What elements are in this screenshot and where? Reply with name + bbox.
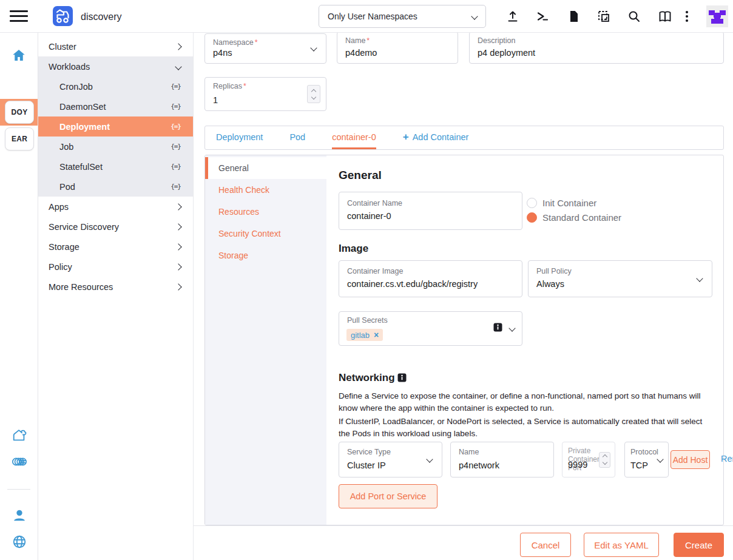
create-button[interactable]: Create (674, 533, 724, 557)
copy-snapshot-icon[interactable] (596, 9, 611, 24)
sidebar-item-policy[interactable]: Policy (38, 257, 193, 277)
sidebar-item-pod[interactable]: Pod {=} (38, 177, 193, 197)
sidebar-item-cronjob[interactable]: CronJob {=} (38, 76, 193, 96)
sidebar-item-label: Job (59, 142, 73, 152)
kebab-menu-icon[interactable] (682, 9, 692, 24)
plus-icon: + (403, 131, 409, 143)
button-label: Create (685, 540, 712, 550)
name-field[interactable]: Name* p4demo (337, 32, 458, 64)
subnav-item-health-check[interactable]: Health Check (205, 179, 326, 201)
add-container-button[interactable]: + Add Container (403, 126, 469, 149)
container-image-field[interactable]: Container Image container.cs.vt.edu/gbac… (339, 260, 522, 297)
sidebar-item-storage[interactable]: Storage (38, 237, 193, 257)
chevron-down-icon (310, 44, 317, 51)
cloud-home-icon[interactable] (12, 427, 27, 443)
standard-container-radio[interactable]: Standard Container (527, 212, 621, 223)
tab-deployment[interactable]: Deployment (216, 126, 263, 149)
required-mark: * (243, 82, 246, 90)
pull-policy-select[interactable]: Pull Policy Always (528, 260, 712, 297)
stepper-buttons[interactable] (307, 85, 320, 103)
sidebar-item-more-resources[interactable]: More Resources (38, 277, 193, 297)
sidebar-item-job[interactable]: Job {=} (38, 137, 193, 157)
subnav-label: Security Context (218, 229, 281, 238)
field-label: Container Image (347, 267, 403, 275)
cluster-badge-ear[interactable]: EAR (5, 127, 34, 150)
kubectl-shell-icon[interactable] (535, 9, 550, 24)
sidebar-item-label: CronJob (59, 82, 93, 92)
replicas-value: 1 (213, 95, 218, 105)
resource-count-icon: {=} (171, 83, 181, 90)
description-field[interactable]: Description p4 deployment (469, 32, 724, 64)
resource-count-icon: {=} (171, 103, 181, 110)
radio-icon (527, 198, 537, 208)
sidebar-item-label: Policy (49, 262, 72, 272)
namespace-filter-value: Only User Namespaces (328, 12, 417, 21)
docs-book-icon[interactable] (658, 9, 672, 24)
sidebar-item-label: More Resources (49, 282, 113, 292)
button-label: Cancel (532, 540, 560, 550)
tab-container-0[interactable]: container-0 (332, 126, 376, 149)
cluster-badge-doy[interactable]: DOY (5, 101, 34, 124)
stepper-buttons[interactable] (599, 452, 610, 468)
field-label: Pull Policy (536, 267, 572, 275)
info-icon (493, 323, 502, 332)
pull-secrets-select[interactable]: Pull Secrets gitlab × (339, 311, 522, 346)
globe-icon[interactable] (12, 534, 27, 550)
user-avatar[interactable] (706, 5, 728, 27)
namespace-filter-select[interactable]: Only User Namespaces (319, 5, 486, 28)
field-label: Pull Secrets (347, 316, 388, 325)
tab-pod[interactable]: Pod (289, 126, 305, 149)
home-icon[interactable] (12, 48, 26, 62)
field-label: Replicas (213, 82, 242, 90)
search-icon[interactable] (627, 9, 641, 24)
replicas-stepper[interactable]: Replicas* 1 (204, 77, 326, 111)
service-type-select[interactable]: Service Type Cluster IP (339, 442, 442, 477)
field-label: Name (459, 448, 479, 456)
tab-label: container-0 (332, 132, 376, 142)
subnav-item-general[interactable]: General (205, 157, 326, 179)
edit-as-yaml-button[interactable]: Edit as YAML (584, 533, 659, 557)
chevron-down-icon (175, 63, 181, 70)
chevron-down-icon (657, 456, 663, 462)
port-name-field[interactable]: Name p4network (450, 442, 554, 477)
section-heading-general: General (339, 169, 382, 182)
sidebar-item-deployment[interactable]: Deployment {=} (38, 116, 193, 137)
sidebar-item-apps[interactable]: Apps (38, 197, 193, 217)
subnav-item-security-context[interactable]: Security Context (205, 223, 326, 245)
init-container-radio[interactable]: Init Container (527, 198, 596, 208)
add-port-or-service-button[interactable]: Add Port or Service (339, 484, 437, 508)
subnav-label: Health Check (218, 185, 269, 195)
section-heading-image: Image (339, 243, 368, 255)
user-icon[interactable] (12, 508, 27, 524)
sidebar-item-workloads[interactable]: Workloads (38, 56, 193, 76)
chevron-down-icon (471, 13, 478, 19)
pull-secret-tag: gitlab × (346, 329, 383, 341)
subnav-item-resources[interactable]: Resources (205, 201, 326, 223)
private-port-stepper[interactable]: Private Container Port 9999 (562, 442, 615, 477)
sidebar-item-service-discovery[interactable]: Service Discovery (38, 217, 193, 237)
resource-count-icon: {=} (171, 143, 181, 150)
subnav-item-storage[interactable]: Storage (205, 245, 326, 266)
button-label: Add Host (673, 455, 708, 465)
close-icon[interactable]: × (374, 330, 379, 340)
chevron-up-icon (602, 454, 607, 459)
sidebar-item-statefulset[interactable]: StatefulSet {=} (38, 157, 193, 177)
namespace-select[interactable]: Namespace* p4ns (204, 33, 326, 64)
file-icon[interactable] (566, 9, 581, 24)
subnav-label: General (218, 163, 249, 173)
import-yaml-icon[interactable] (505, 9, 520, 24)
protocol-select[interactable]: Protocol TCP (624, 442, 669, 477)
section-heading-networking: Networking (339, 372, 407, 384)
hamburger-menu-icon[interactable] (10, 10, 28, 22)
container-name-field[interactable]: Container Name container-0 (339, 192, 522, 230)
remove-link[interactable]: Remove (721, 454, 733, 464)
add-host-button[interactable]: Add Host (671, 450, 710, 469)
cancel-button[interactable]: Cancel (520, 533, 571, 557)
field-label: Name (345, 36, 365, 45)
sidebar-item-label: Apps (49, 202, 69, 212)
tab-label: Add Container (413, 132, 469, 142)
coils-icon[interactable] (12, 454, 27, 470)
field-label: Description (478, 36, 516, 45)
sidebar-item-daemonset[interactable]: DaemonSet {=} (38, 96, 193, 116)
sidebar-item-cluster[interactable]: Cluster (38, 36, 193, 56)
